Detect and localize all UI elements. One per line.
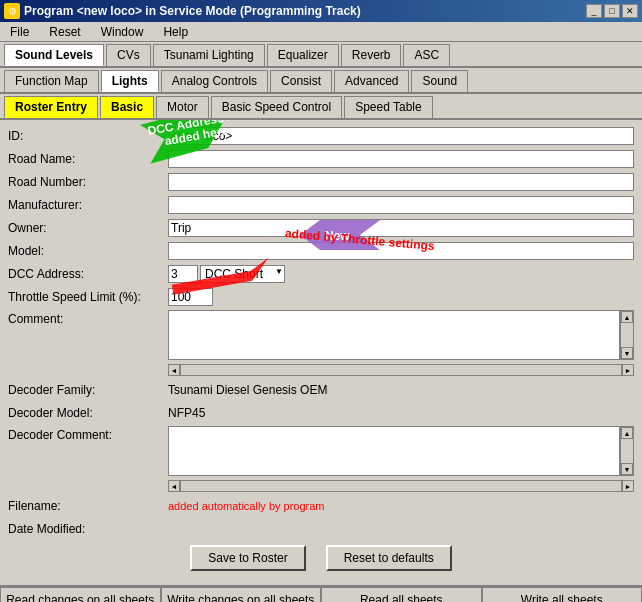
decoder-model-label: Decoder Model:	[8, 406, 168, 420]
owner-row: Owner:	[8, 218, 634, 238]
manufacturer-input[interactable]	[168, 196, 634, 214]
tab-lights[interactable]: Lights	[101, 70, 159, 92]
dcc-short-select[interactable]: DCC Short	[200, 265, 285, 283]
road-number-label: Road Number:	[8, 175, 168, 189]
window-title: Program <new loco> in Service Mode (Prog…	[24, 4, 361, 18]
tab-bar-3: Roster Entry Basic Motor Basic Speed Con…	[0, 94, 642, 120]
dcc-address-row: DCC Address: DCC Short ▼	[8, 264, 634, 284]
tab-advanced[interactable]: Advanced	[334, 70, 409, 92]
scroll-right-btn[interactable]: ►	[622, 364, 634, 376]
id-input[interactable]	[168, 127, 634, 145]
scroll-up-btn[interactable]: ▲	[621, 311, 633, 323]
main-content: DCC Address Automatically added here New…	[0, 120, 642, 583]
decoder-comment-textarea[interactable]	[168, 426, 620, 476]
tab-motor[interactable]: Motor	[156, 96, 209, 118]
comment-field-wrap: ▲ ▼ ◄ ►	[168, 310, 634, 377]
tab-speed-table[interactable]: Speed Table	[344, 96, 433, 118]
menu-window[interactable]: Window	[95, 23, 150, 41]
tab-tsunami-lighting[interactable]: Tsunami Lighting	[153, 44, 265, 66]
close-button[interactable]: ✕	[622, 4, 638, 18]
tab-function-map[interactable]: Function Map	[4, 70, 99, 92]
dcc-address-label: DCC Address:	[8, 267, 168, 281]
tab-cvs[interactable]: CVs	[106, 44, 151, 66]
decoder-family-label: Decoder Family:	[8, 383, 168, 397]
decoder-comment-row: Decoder Comment: ▲ ▼ ◄ ►	[8, 426, 634, 493]
decoder-comment-scrollbar-h: ◄ ►	[168, 479, 634, 493]
write-changes-btn[interactable]: Write changes on all sheets	[161, 587, 322, 602]
scroll-down-btn[interactable]: ▼	[621, 347, 633, 359]
manufacturer-row: Manufacturer:	[8, 195, 634, 215]
tab-basic-speed-control[interactable]: Basic Speed Control	[211, 96, 342, 118]
filename-row: Filename: added automatically by program	[8, 496, 634, 516]
decoder-family-value: Tsunami Diesel Genesis OEM	[168, 383, 327, 397]
app-icon: ⚙	[4, 3, 20, 19]
date-modified-label: Date Modified:	[8, 522, 168, 536]
comment-scrollbar-v: ▲ ▼	[620, 310, 634, 360]
throttle-speed-row: Throttle Speed Limit (%):	[8, 287, 634, 307]
auto-added-text: added automatically by program	[168, 500, 325, 512]
window-controls: _ □ ✕	[586, 4, 638, 18]
comment-label: Comment:	[8, 310, 168, 326]
tab-asc[interactable]: ASC	[403, 44, 450, 66]
decoder-scroll-track	[621, 439, 633, 463]
tab-reverb[interactable]: Reverb	[341, 44, 402, 66]
id-row: ID:	[8, 126, 634, 146]
tab-roster-entry[interactable]: Roster Entry	[4, 96, 98, 118]
tab-basic[interactable]: Basic	[100, 96, 154, 118]
manufacturer-label: Manufacturer:	[8, 198, 168, 212]
date-modified-row: Date Modified:	[8, 519, 634, 539]
comment-textarea[interactable]	[168, 310, 620, 360]
scroll-track	[621, 323, 633, 347]
road-number-row: Road Number:	[8, 172, 634, 192]
menu-help[interactable]: Help	[157, 23, 194, 41]
decoder-comment-label: Decoder Comment:	[8, 426, 168, 442]
sheet-buttons-bar: Read changes on all sheets Write changes…	[0, 585, 642, 602]
menu-bar: File Reset Window Help	[0, 22, 642, 42]
dcc-address-input[interactable]	[168, 265, 198, 283]
model-label: Model:	[8, 244, 168, 258]
tab-sound-levels[interactable]: Sound Levels	[4, 44, 104, 66]
save-roster-button[interactable]: Save to Roster	[190, 545, 305, 571]
decoder-scroll-right-btn[interactable]: ►	[622, 480, 634, 492]
tab-equalizer[interactable]: Equalizer	[267, 44, 339, 66]
road-name-input[interactable]	[168, 150, 634, 168]
maximize-button[interactable]: □	[604, 4, 620, 18]
decoder-scroll-down-btn[interactable]: ▼	[621, 463, 633, 475]
decoder-scroll-h-track	[180, 480, 622, 492]
tab-sound[interactable]: Sound	[411, 70, 468, 92]
title-bar: ⚙ Program <new loco> in Service Mode (Pr…	[0, 0, 642, 22]
tab-analog-controls[interactable]: Analog Controls	[161, 70, 268, 92]
reset-defaults-button[interactable]: Reset to defaults	[326, 545, 452, 571]
model-input[interactable]	[168, 242, 634, 260]
throttle-speed-label: Throttle Speed Limit (%):	[8, 290, 168, 304]
throttle-speed-input[interactable]	[168, 288, 213, 306]
id-label: ID:	[8, 129, 168, 143]
decoder-scroll-up-btn[interactable]: ▲	[621, 427, 633, 439]
write-all-sheets-btn[interactable]: Write all sheets	[482, 587, 643, 602]
tab-consist[interactable]: Consist	[270, 70, 332, 92]
decoder-model-row: Decoder Model: NFP45	[8, 403, 634, 423]
decoder-family-row: Decoder Family: Tsunami Diesel Genesis O…	[8, 380, 634, 400]
comment-row: Comment: ▲ ▼ ◄ ►	[8, 310, 634, 377]
action-buttons: Save to Roster Reset to defaults	[8, 545, 634, 571]
road-name-label: Road Name:	[8, 152, 168, 166]
read-changes-btn[interactable]: Read changes on all sheets	[0, 587, 161, 602]
minimize-button[interactable]: _	[586, 4, 602, 18]
read-all-sheets-btn[interactable]: Read all sheets	[321, 587, 482, 602]
scroll-left-btn[interactable]: ◄	[168, 364, 180, 376]
decoder-scroll-left-btn[interactable]: ◄	[168, 480, 180, 492]
decoder-comment-scrollbar-v: ▲ ▼	[620, 426, 634, 476]
road-number-input[interactable]	[168, 173, 634, 191]
decoder-model-value: NFP45	[168, 406, 205, 420]
scroll-h-track	[180, 364, 622, 376]
tab-bar-2: Function Map Lights Analog Controls Cons…	[0, 68, 642, 94]
tab-bar-1: Sound Levels CVs Tsunami Lighting Equali…	[0, 42, 642, 68]
comment-scrollbar-h: ◄ ►	[168, 363, 634, 377]
model-row: Model:	[8, 241, 634, 261]
form-area: DCC Address Automatically added here New…	[0, 120, 642, 583]
menu-reset[interactable]: Reset	[43, 23, 86, 41]
owner-input[interactable]	[168, 219, 634, 237]
menu-file[interactable]: File	[4, 23, 35, 41]
filename-label: Filename:	[8, 499, 168, 513]
road-name-row: Road Name:	[8, 149, 634, 169]
